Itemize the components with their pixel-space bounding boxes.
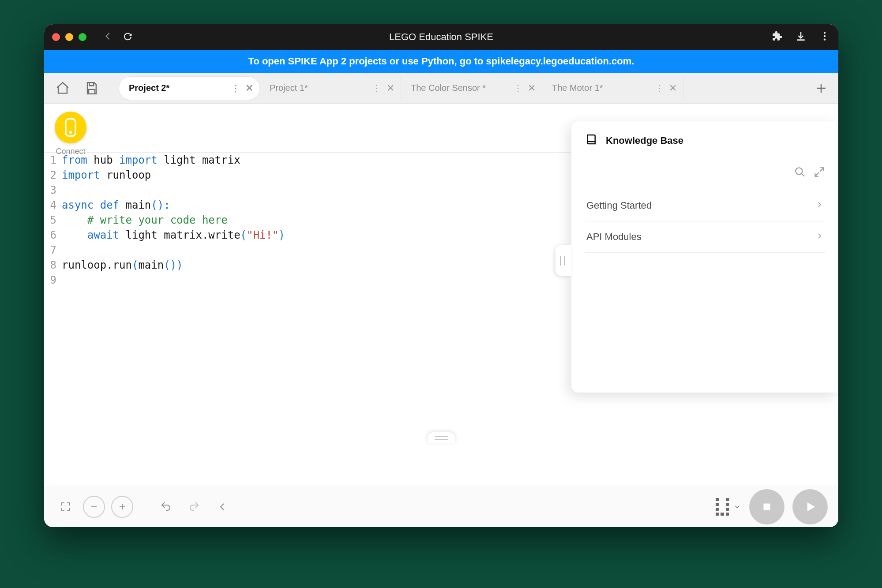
slot-select-button[interactable]: [716, 498, 741, 516]
tab-3[interactable]: The Motor 1*⋮✕: [542, 76, 683, 100]
titlebar: LEGO Education SPIKE: [44, 24, 838, 50]
code-content[interactable]: await light_matrix.write("Hi!"): [62, 228, 285, 243]
extensions-icon[interactable]: [771, 30, 783, 44]
zoom-in-button[interactable]: [111, 496, 133, 518]
window-controls: [52, 33, 86, 41]
svg-point-0: [824, 32, 826, 34]
chevron-right-icon: [815, 231, 823, 243]
kb-title: Knowledge Base: [606, 135, 683, 146]
legacy-banner-text: To open SPIKE App 2 projects or use Pyth…: [248, 56, 634, 67]
code-content[interactable]: runloop.run(main()): [62, 258, 183, 273]
back-button[interactable]: [103, 31, 113, 43]
line-number: 3: [44, 183, 62, 198]
tab-close-icon[interactable]: ✕: [669, 82, 677, 94]
line-number: 6: [44, 228, 62, 243]
line-number: 2: [44, 168, 62, 183]
slot-icon: [716, 498, 729, 516]
kb-expand-icon[interactable]: [814, 166, 825, 180]
tab-label: The Color Sensor *: [411, 83, 486, 93]
minimize-window-button[interactable]: [65, 33, 73, 41]
stop-button[interactable]: [749, 489, 784, 524]
zoom-out-button[interactable]: [83, 496, 105, 518]
connect-label: Connect: [56, 147, 85, 156]
tab-1[interactable]: Project 1*⋮✕: [260, 76, 401, 100]
kb-item-1[interactable]: API Modules: [585, 221, 825, 253]
new-tab-button[interactable]: [811, 78, 831, 98]
tab-menu-icon[interactable]: ⋮: [231, 83, 241, 94]
panel-collapse-handle[interactable]: ||: [555, 245, 571, 276]
line-number: 9: [44, 273, 62, 288]
tabbar: Project 2*⋮✕Project 1*⋮✕The Color Sensor…: [44, 73, 838, 104]
divider: [114, 79, 114, 97]
tab-menu-icon[interactable]: ⋮: [514, 83, 523, 94]
code-content[interactable]: import runloop: [62, 168, 151, 183]
close-window-button[interactable]: [52, 33, 60, 41]
code-content[interactable]: from hub import light_matrix: [62, 153, 240, 168]
tab-menu-icon[interactable]: ⋮: [655, 83, 664, 94]
line-number: 5: [44, 213, 62, 228]
reload-button[interactable]: [123, 31, 132, 43]
tab-close-icon[interactable]: ✕: [528, 82, 536, 94]
divider: [144, 498, 144, 515]
svg-point-2: [824, 38, 826, 40]
svg-point-1: [824, 35, 826, 37]
run-button[interactable]: [792, 489, 828, 524]
download-icon[interactable]: [795, 30, 807, 44]
step-back-button[interactable]: [211, 496, 233, 518]
more-menu-icon[interactable]: [819, 30, 830, 44]
code-content[interactable]: async def main():: [62, 198, 170, 213]
app-window: LEGO Education SPIKE To open SPIKE App 2…: [44, 24, 838, 527]
bottom-toolbar: [44, 486, 838, 527]
book-icon: [585, 133, 598, 149]
workspace: Connect 1from hub import light_matrix2im…: [44, 104, 838, 486]
legacy-banner: To open SPIKE App 2 projects or use Pyth…: [44, 50, 838, 73]
svg-point-5: [796, 168, 802, 174]
tab-label: Project 1*: [270, 83, 308, 93]
tab-menu-icon[interactable]: ⋮: [372, 83, 382, 94]
undo-button[interactable]: [155, 496, 177, 518]
line-number: 7: [44, 243, 62, 258]
kb-search-icon[interactable]: [794, 166, 806, 180]
save-button[interactable]: [80, 77, 103, 100]
console-drag-handle[interactable]: [427, 432, 455, 443]
tab-label: Project 2*: [129, 83, 169, 93]
maximize-window-button[interactable]: [79, 33, 86, 41]
tab-close-icon[interactable]: ✕: [245, 82, 253, 94]
home-button[interactable]: [51, 77, 74, 100]
svg-rect-6: [764, 503, 770, 510]
code-content[interactable]: # write your code here: [62, 213, 228, 228]
chevron-right-icon: [815, 200, 823, 211]
app-title: LEGO Education SPIKE: [44, 31, 838, 43]
connect-hub-button[interactable]: [55, 112, 86, 143]
kb-item-label: API Modules: [586, 231, 642, 243]
fullscreen-button[interactable]: [55, 496, 77, 518]
tab-label: The Motor 1*: [552, 83, 603, 93]
kb-item-0[interactable]: Getting Started: [585, 190, 825, 221]
tab-2[interactable]: The Color Sensor *⋮✕: [401, 76, 542, 100]
kb-item-label: Getting Started: [586, 200, 652, 211]
redo-button[interactable]: [183, 496, 205, 518]
line-number: 8: [44, 258, 62, 273]
tab-close-icon[interactable]: ✕: [387, 82, 394, 94]
knowledge-base-panel: || Knowledge Base Getting StartedAPI Mod…: [571, 121, 838, 393]
line-number: 4: [44, 198, 62, 213]
tab-0[interactable]: Project 2*⋮✕: [119, 76, 260, 100]
svg-point-4: [69, 131, 72, 134]
